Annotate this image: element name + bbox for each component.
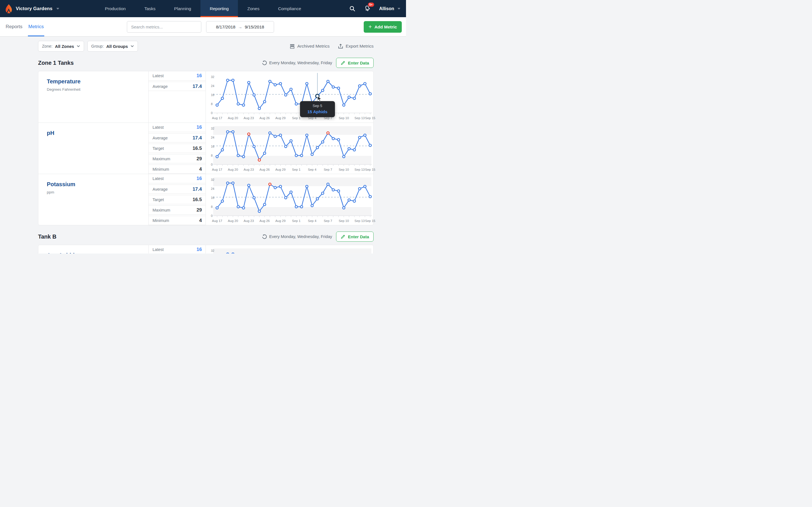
notifications-button[interactable]: 5+ — [364, 5, 371, 13]
metric-title[interactable]: Avg Aphids per Plant — [47, 252, 99, 253]
svg-text:Sep 15: Sep 15 — [365, 219, 375, 223]
group-filter-dropdown[interactable]: Group: All Groups — [87, 41, 138, 52]
date-range-picker[interactable]: 8/17/2018 → 9/15/2018 — [206, 21, 274, 33]
nav-item-planning[interactable]: Planning — [165, 0, 200, 17]
mouse-cursor-icon — [317, 96, 323, 102]
metric-chart[interactable]: 08162432Aug 17Aug 20Aug 23Aug 26Aug 29Se… — [210, 73, 372, 121]
sections-container: Zone 1 TanksEvery Monday, Wednesday, Fri… — [38, 58, 373, 253]
metric-title-line: pH — [47, 130, 148, 136]
metric-row-temperature: TemperatureDegrees FahrenheitLatest16Ave… — [38, 71, 373, 122]
chart-tooltip: Sep 515 Aphids — [300, 101, 335, 117]
metric-title-line: Avg Aphids per PlantEnter Data — [47, 252, 148, 253]
brand-caret-icon — [56, 8, 59, 10]
svg-text:32: 32 — [211, 249, 214, 252]
svg-text:24: 24 — [211, 136, 214, 139]
stat-label: Average — [153, 84, 168, 89]
date-start: 8/17/2018 — [216, 24, 236, 30]
svg-text:Sep 15: Sep 15 — [365, 116, 375, 120]
stat-label: Latest — [153, 247, 164, 252]
svg-text:8: 8 — [211, 102, 213, 106]
metric-tools: Archived Metrics Export Metrics — [290, 44, 373, 49]
enter-data-label: Enter Data — [348, 234, 369, 239]
svg-text:Aug 17: Aug 17 — [212, 116, 222, 120]
stat-value: 17.4 — [193, 83, 202, 89]
stat-value: 16.5 — [193, 197, 202, 203]
metric-chart-cell: 08162432Aug 17Aug 20Aug 23Aug 26Aug 29Se… — [206, 245, 373, 253]
stat-maximum: Maximum29 — [149, 154, 206, 163]
svg-text:Sep 1: Sep 1 — [292, 168, 301, 171]
section-title: Tank B — [38, 233, 56, 240]
svg-text:Aug 20: Aug 20 — [228, 168, 238, 171]
metric-subtitle: ppm — [47, 190, 148, 194]
stat-value: 4 — [199, 218, 202, 223]
stat-latest: Latest16 — [149, 123, 206, 132]
svg-text:Aug 29: Aug 29 — [275, 219, 285, 223]
tab-reports[interactable]: Reports — [5, 17, 23, 36]
svg-text:Sep 7: Sep 7 — [324, 219, 332, 223]
stat-average: Average17.4 — [149, 133, 206, 143]
stat-latest: Latest16 — [149, 174, 206, 183]
section-zone-1-tanks: Zone 1 TanksEvery Monday, Wednesday, Fri… — [38, 58, 373, 225]
tooltip-value: 15 Aphids — [303, 109, 332, 114]
archived-metrics-link[interactable]: Archived Metrics — [290, 44, 329, 49]
tab-metrics[interactable]: Metrics — [28, 17, 45, 36]
metric-stats-cell: Latest16Average17.4 — [148, 71, 206, 122]
svg-text:Aug 23: Aug 23 — [244, 219, 254, 223]
metric-title[interactable]: Temperature — [47, 78, 81, 85]
stat-latest: Latest16 — [149, 245, 206, 253]
enter-data-label: Enter Data — [348, 61, 369, 65]
pencil-icon — [341, 234, 345, 239]
brand-logo-icon — [4, 4, 13, 13]
stat-label: Maximum — [153, 208, 170, 212]
metric-stats-cell: Latest16Average17.4 — [148, 245, 206, 253]
add-metric-button[interactable]: + Add Metric — [364, 21, 402, 33]
report-tabs: ReportsMetrics — [5, 17, 44, 36]
user-menu[interactable]: Allison — [379, 6, 400, 11]
nav-item-tasks[interactable]: Tasks — [135, 0, 165, 17]
date-arrow-icon: → — [238, 24, 242, 29]
stat-value: 29 — [197, 207, 202, 213]
metric-chart-cell: 08162432Aug 17Aug 20Aug 23Aug 26Aug 29Se… — [206, 71, 373, 122]
schedule-info: Every Monday, Wednesday, Friday — [262, 61, 332, 65]
stat-value: 16 — [197, 73, 202, 78]
brand-block[interactable]: Victory Gardens — [0, 0, 59, 17]
nav-item-reporting[interactable]: Reporting — [200, 0, 238, 17]
export-metrics-link[interactable]: Export Metrics — [338, 44, 373, 49]
recurring-icon — [262, 234, 267, 239]
section-header-right: Every Monday, Wednesday, FridayEnter Dat… — [262, 231, 373, 242]
stat-label: Latest — [153, 176, 164, 181]
svg-text:Sep 7: Sep 7 — [324, 168, 332, 171]
metric-chart[interactable]: 08162432Aug 17Aug 20Aug 23Aug 26Aug 29Se… — [210, 176, 372, 224]
plus-icon: + — [368, 24, 372, 30]
search-icon[interactable] — [349, 6, 356, 12]
nav-item-compliance[interactable]: Compliance — [269, 0, 310, 17]
metric-row-potassium: PotassiumppmLatest16Average17.4Target16.… — [38, 174, 373, 225]
metric-title[interactable]: Potassium — [47, 181, 75, 187]
svg-text:16: 16 — [211, 145, 214, 148]
enter-data-button[interactable]: Enter Data — [336, 231, 373, 242]
metric-chart[interactable]: 08162432Aug 17Aug 20Aug 23Aug 26Aug 29Se… — [210, 247, 372, 253]
stat-target: Target16.5 — [149, 195, 206, 204]
tooltip-date: Sep 5 — [303, 104, 332, 108]
metric-name-cell: Potassiumppm — [38, 174, 148, 225]
svg-text:Aug 29: Aug 29 — [275, 168, 285, 171]
search-metrics-input[interactable] — [127, 21, 201, 33]
svg-text:32: 32 — [211, 178, 214, 181]
stat-value: 4 — [199, 166, 202, 172]
zone-filter-dropdown[interactable]: Zone: All Zones — [38, 41, 84, 52]
filters-row: Zone: All Zones Group: All Groups Archiv… — [38, 41, 373, 52]
enter-data-button[interactable]: Enter Data — [336, 58, 373, 68]
stat-label: Latest — [153, 125, 164, 129]
nav-item-production[interactable]: Production — [96, 0, 135, 17]
stat-latest: Latest16 — [149, 71, 206, 80]
svg-text:Sep 13: Sep 13 — [354, 168, 364, 171]
metric-stats-cell: Latest16Average17.4Target16.5Maximum29Mi… — [148, 123, 206, 174]
metric-title[interactable]: pH — [47, 130, 54, 136]
stat-value: 17.4 — [193, 186, 202, 192]
section-header: Tank BEvery Monday, Wednesday, FridayEnt… — [38, 231, 373, 242]
metrics-card: TemperatureDegrees FahrenheitLatest16Ave… — [38, 71, 373, 225]
metric-chart[interactable]: 08162432Aug 17Aug 20Aug 23Aug 26Aug 29Se… — [210, 124, 372, 172]
metric-name-cell: pH — [38, 123, 148, 174]
svg-text:0: 0 — [211, 163, 213, 166]
nav-item-zones[interactable]: Zones — [238, 0, 269, 17]
